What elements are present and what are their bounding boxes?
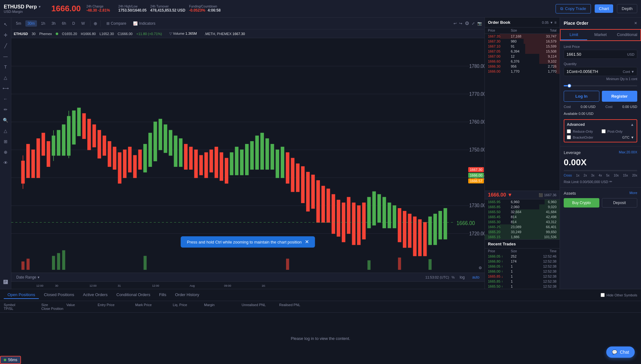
chart-settings-icon[interactable]: ⚙ [479, 266, 482, 270]
tab-conditional[interactable]: Conditional [614, 30, 640, 40]
rt-row[interactable]: 1665.85 ↑ 1 12:52:38 [485, 279, 560, 284]
indicators-button[interactable]: 📈 Indicators [131, 20, 158, 27]
post-only-checkbox[interactable] [602, 129, 606, 133]
rt-row[interactable]: 1665.50 ↑ 1 12:52:38 [485, 284, 560, 289]
dropdown-icon[interactable]: ▼ [38, 5, 41, 8]
order-slider[interactable] [564, 85, 637, 86]
ob-bid-row[interactable]: 1665.85 2,060 9,020 [485, 204, 560, 209]
cursor-tool[interactable]: ↖ [1, 20, 10, 29]
shape-tool[interactable]: △ [1, 73, 10, 82]
rt-row[interactable]: 1666.80 ↑ 174 12:52:38 [485, 259, 560, 264]
tf-w[interactable]: W [79, 20, 87, 27]
register-button[interactable]: Register [602, 91, 638, 102]
rt-row[interactable]: 1666.05 ↑ 252 12:52:46 [485, 254, 560, 259]
alert-tool[interactable]: △ [1, 126, 10, 135]
tab-limit[interactable]: Limit [561, 30, 587, 40]
undo-icon[interactable]: ↩ [454, 21, 457, 26]
deposit-button[interactable]: Deposit [602, 198, 638, 208]
ob-bid-row[interactable]: 1665.95 6,960 6,960 [485, 199, 560, 204]
ob-ask-row[interactable]: 1667.05 6,394 15,508 [485, 49, 560, 54]
tf-3h[interactable]: 3h [49, 20, 58, 27]
tab-conditional-orders[interactable]: Conditional Orders [113, 291, 154, 299]
lev-mark-10x[interactable]: 10x [614, 174, 619, 177]
copy-trade-button[interactable]: ⧉ Copy Trade [556, 4, 591, 13]
chat-button[interactable]: 💬 Chat [606, 346, 635, 358]
ob-bid-row[interactable]: 1665.15 1,886 101,536 [485, 234, 560, 239]
hide-other-symbols-checkbox[interactable] [601, 293, 605, 297]
ob-ask-row[interactable]: 1667.10 91 15,599 [485, 44, 560, 49]
text-tool[interactable]: T [1, 63, 10, 71]
date-range-button[interactable]: Date Range ▾ [14, 274, 42, 280]
login-button[interactable]: Log In [564, 91, 599, 102]
buy-crypto-button[interactable]: Buy Crypto [564, 198, 599, 208]
tab-open-positions[interactable]: Open Positions [4, 291, 39, 299]
leverage-bar[interactable] [564, 170, 637, 171]
rt-row[interactable]: 1666.05 ↑ 1 12:52:38 [485, 264, 560, 269]
redo-icon[interactable]: ↪ [459, 21, 462, 26]
tab-active-orders[interactable]: Active Orders [79, 291, 111, 299]
risk-limit-edit-icon[interactable]: ✏ [609, 180, 612, 184]
back-tool[interactable]: ← [1, 95, 10, 103]
tab-market[interactable]: Market [587, 30, 614, 40]
eye-tool[interactable]: 👁 [1, 158, 10, 167]
bracket-order-checkbox[interactable] [567, 135, 571, 139]
more-timeframes-icon[interactable]: ⊕ [94, 21, 97, 26]
ob-bid-row[interactable]: 1665.25 23,089 66,401 [485, 224, 560, 229]
lev-mark-5x[interactable]: 5x [606, 174, 610, 177]
ob-ask-row[interactable]: 1667.30 980 16,579 [485, 39, 560, 44]
ob-ask-row[interactable]: 1667.35 17,168 33,747 [485, 34, 560, 39]
tab-order-history[interactable]: Order History [171, 291, 203, 299]
reduce-only-checkbox[interactable] [567, 129, 571, 133]
measure-tool[interactable]: ⟷ [1, 84, 10, 93]
expand-icon[interactable]: ⤢ [472, 21, 475, 26]
overlay-close-button[interactable]: ✕ [305, 239, 309, 244]
ob-bid-row[interactable]: 1665.45 814 42,498 [485, 214, 560, 219]
ob-ask-row[interactable]: 1666.00 1,770 1,770 [485, 69, 560, 74]
ob-ask-row[interactable]: 1666.60 6,376 9,102 [485, 59, 560, 64]
ob-settings-icon[interactable]: ≡ [554, 20, 556, 25]
op-close-icon[interactable]: ✕ [634, 21, 637, 25]
search-tool[interactable]: 🔍 [1, 116, 10, 125]
ob-ask-row[interactable]: 1666.30 956 2,726 [485, 64, 560, 69]
limit-price-input[interactable]: 1661.50 USD [564, 50, 637, 59]
pencil-tool[interactable]: ✏ [1, 105, 10, 114]
slider-dot[interactable] [567, 84, 571, 88]
tab-closed-positions[interactable]: Closed Positions [40, 291, 78, 299]
tab-fills[interactable]: Fills [155, 291, 170, 299]
assets-more[interactable]: More [629, 191, 637, 196]
lev-mark-1x[interactable]: 1x [576, 174, 580, 177]
tf-1h[interactable]: 1h [39, 20, 47, 27]
rt-row[interactable]: 1665.85 ↓ 1 12:52:38 [485, 274, 560, 279]
magnet-tool[interactable]: ⊕ [1, 148, 10, 156]
ob-ask-row[interactable]: 1667.00 12 9,114 [485, 54, 560, 59]
chart-canvas[interactable]: 1780.00 1770.00 1760.00 1750.00 1740.00 … [11, 38, 485, 273]
compare-button[interactable]: ⊞ Compare [104, 20, 129, 27]
camera-icon[interactable]: 📷 [477, 21, 482, 26]
ob-dropdown-icon[interactable]: ▾ [551, 20, 552, 25]
chart-button[interactable]: Chart [595, 4, 613, 13]
settings-icon[interactable]: ⚙ [465, 20, 469, 26]
ruler-tool[interactable]: ⊞ [1, 137, 10, 146]
auto-button[interactable]: auto [470, 274, 482, 280]
leverage-max[interactable]: Max:20.00X [619, 150, 637, 155]
risk-limit-row[interactable]: Risk Limit 0.00/500,000 USD ✏ [564, 180, 637, 184]
tf-6h[interactable]: 6h [60, 20, 68, 27]
horizontal-line-tool[interactable]: — [1, 52, 10, 61]
rt-row[interactable]: 1666.00 ↑ 1 12:52:38 [485, 269, 560, 274]
tf-d[interactable]: D [70, 20, 77, 27]
ob-bid-row[interactable]: 1665.50 32,664 41,684 [485, 209, 560, 214]
log-button[interactable]: log [457, 274, 467, 280]
tf-5m[interactable]: 5m [14, 20, 23, 27]
lev-mark-3x[interactable]: 3x [591, 174, 595, 177]
ob-bid-row[interactable]: 1665.30 814 43,312 [485, 219, 560, 224]
line-tool[interactable]: ╱ [1, 41, 10, 50]
lev-mark-20x[interactable]: 20x [632, 174, 637, 177]
lev-mark-15x[interactable]: 15x [623, 174, 628, 177]
quantity-input[interactable]: 1Cont=0.005ETH Cont ▼ [564, 67, 637, 76]
advanced-collapse-icon[interactable]: ▲ [630, 122, 634, 127]
depth-button[interactable]: Depth [617, 4, 637, 13]
crosshair-tool[interactable]: ✛ [1, 31, 10, 39]
ob-bid-row[interactable]: 1665.20 33,249 99,650 [485, 229, 560, 234]
lev-mark-4x[interactable]: 4x [599, 174, 602, 177]
tf-30m[interactable]: 30m [25, 20, 37, 27]
